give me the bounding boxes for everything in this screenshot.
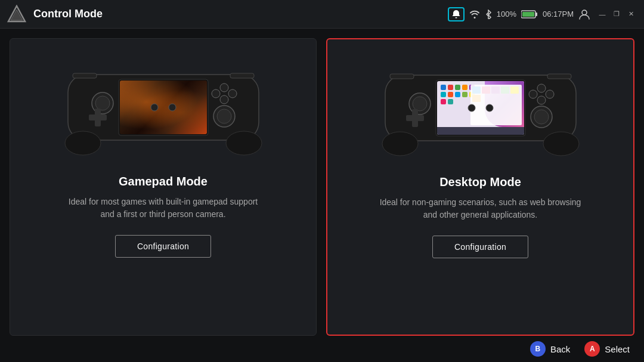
notification-icon[interactable]: [448, 7, 465, 21]
svg-point-24: [169, 104, 176, 111]
gamepad-mode-card[interactable]: Gamepad Mode Ideal for most games with b…: [10, 38, 317, 336]
svg-point-35: [529, 90, 537, 98]
user-icon: [578, 8, 590, 20]
svg-point-19: [228, 89, 237, 98]
svg-point-38: [537, 96, 546, 104]
svg-point-18: [220, 83, 228, 92]
restore-button[interactable]: ❐: [611, 8, 623, 20]
back-action[interactable]: B Back: [530, 341, 570, 357]
svg-point-30: [413, 97, 427, 111]
svg-rect-34: [412, 109, 418, 127]
svg-point-17: [212, 89, 220, 98]
svg-point-20: [220, 95, 228, 104]
system-time: 06:17PM: [543, 10, 574, 18]
svg-point-42: [486, 104, 493, 112]
svg-point-27: [543, 132, 579, 156]
bluetooth-icon: [485, 10, 492, 19]
main-content: Gamepad Mode Ideal for most games with b…: [0, 29, 644, 336]
svg-point-41: [468, 104, 475, 112]
app-logo: [7, 5, 26, 24]
desktop-mode-title: Desktop Mode: [439, 175, 521, 189]
desktop-mode-desc: Ideal for non-gaming scenarios, such as …: [379, 196, 582, 221]
minimize-button[interactable]: —: [596, 8, 608, 20]
select-action[interactable]: A Select: [584, 341, 630, 357]
svg-rect-39: [390, 74, 414, 79]
svg-rect-4: [535, 13, 537, 16]
svg-point-32: [534, 110, 549, 124]
svg-rect-2: [455, 17, 457, 18]
close-button[interactable]: ✕: [625, 8, 637, 20]
svg-point-12: [95, 96, 110, 110]
gamepad-config-button[interactable]: Configuration: [115, 235, 211, 258]
svg-point-8: [65, 131, 101, 155]
svg-point-26: [382, 132, 418, 156]
window-controls: — ❐ ✕: [596, 8, 637, 20]
desktop-config-button[interactable]: Configuration: [432, 236, 528, 258]
desktop-mode-card[interactable]: Desktop Mode Ideal for non-gaming scenar…: [326, 38, 634, 336]
gamepad-mode-desc: Ideal for most games with built-in gamep…: [62, 196, 265, 221]
svg-rect-22: [230, 73, 254, 78]
battery-level: 100%: [497, 10, 516, 18]
svg-rect-16: [95, 109, 101, 126]
battery-icon: [521, 10, 538, 18]
wifi-icon: [469, 10, 480, 19]
page-title: Control Mode: [33, 8, 448, 20]
gamepad-mode-title: Gamepad Mode: [119, 175, 208, 188]
gamepad-device-image: [62, 51, 265, 164]
svg-point-36: [537, 84, 546, 92]
system-tray: 100% 06:17PM: [448, 7, 590, 21]
svg-point-23: [151, 104, 158, 111]
svg-point-14: [217, 109, 231, 123]
titlebar: Control Mode 100% 06:17PM: [0, 0, 644, 29]
svg-rect-40: [547, 74, 571, 79]
desktop-device-image: [379, 51, 582, 165]
back-badge: B: [530, 341, 546, 357]
svg-rect-5: [522, 12, 534, 17]
select-label: Select: [605, 344, 630, 354]
svg-point-6: [582, 10, 587, 15]
svg-point-37: [546, 90, 554, 98]
svg-rect-21: [73, 73, 97, 78]
svg-point-9: [226, 131, 262, 155]
back-label: Back: [550, 344, 570, 354]
bottom-bar: B Back A Select: [0, 336, 644, 362]
select-badge: A: [584, 341, 600, 357]
